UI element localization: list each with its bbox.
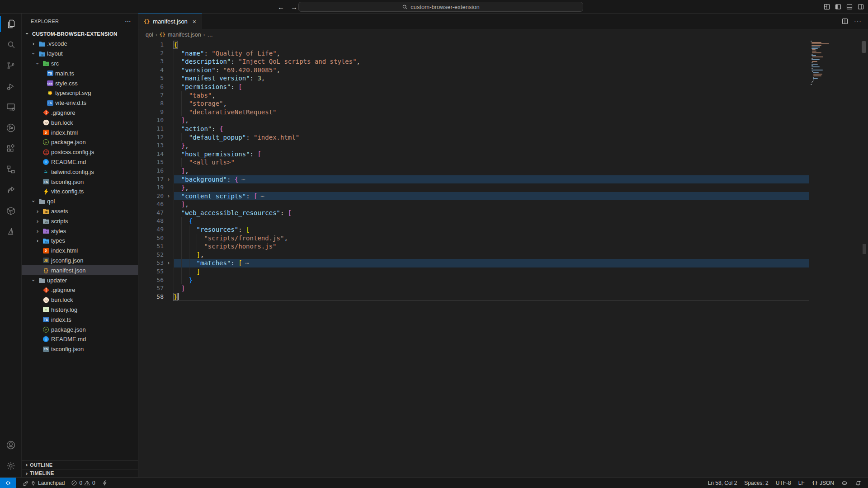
editor-more-actions-button[interactable]: ··· <box>854 18 862 25</box>
chevron-down-icon[interactable]: › <box>30 198 37 205</box>
code-line-5[interactable]: 5"manifest_version": 3, <box>138 74 809 83</box>
code-line-16[interactable]: 16], <box>138 167 809 175</box>
tree-item-assets[interactable]: ›▦assets <box>22 206 138 216</box>
tree-item-layout[interactable]: ›⊞layout <box>22 49 138 59</box>
tree-item-tsconfig.json[interactable]: TStsconfig.json <box>22 344 138 354</box>
activity-explorer[interactable] <box>0 14 22 34</box>
activity-source-control[interactable] <box>0 55 22 76</box>
cursor-position-status[interactable]: Ln 58, Col 2 <box>706 478 740 488</box>
tree-item-main.ts[interactable]: TSmain.ts <box>22 68 138 78</box>
code-line-17[interactable]: 17›"background": {⋯ <box>138 175 809 184</box>
code-line-50[interactable]: 50"scripts/frontend.js", <box>138 234 809 243</box>
activity-prism[interactable] <box>0 221 22 242</box>
code-line-48[interactable]: 48{ <box>138 217 809 225</box>
fold-expand-icon[interactable]: › <box>164 175 174 184</box>
code-line-47[interactable]: 47"web_accessible_resources": [ <box>138 209 809 217</box>
breadcrumb-item-manifest[interactable]: manifest.json <box>168 32 201 38</box>
activity-share[interactable] <box>0 180 22 201</box>
notifications-status-item[interactable] <box>853 478 863 488</box>
minimap[interactable] <box>811 41 838 85</box>
tree-item-tsconfig.json[interactable]: TStsconfig.json <box>22 177 138 187</box>
timeline-section-header[interactable]: › TIMELINE <box>22 469 138 478</box>
tree-item-package.json[interactable]: jspackage.json <box>22 324 138 334</box>
tree-item-README.md[interactable]: iREADME.md <box>22 157 138 167</box>
tree-item-index.html[interactable]: 5index.html <box>22 246 138 256</box>
chevron-right-icon[interactable]: › <box>34 218 41 225</box>
code-line-11[interactable]: 11"action": { <box>138 125 809 133</box>
code-line-9[interactable]: 9"declarativeNetRequest" <box>138 108 809 117</box>
activity-account[interactable] <box>0 435 22 455</box>
tree-item-.vscode[interactable]: ›.vscode <box>22 39 138 49</box>
explorer-more-actions-button[interactable]: ⋯ <box>125 18 132 25</box>
tab-close-button[interactable]: × <box>193 18 196 25</box>
outline-section-header[interactable]: › OUTLINE <box>22 460 138 469</box>
activity-settings[interactable] <box>0 455 22 476</box>
activity-gitlens[interactable] <box>0 117 22 138</box>
encoding-status[interactable]: UTF-8 <box>774 478 793 488</box>
code-editor[interactable]: 1{2"name": "Quality of Life",3"descripti… <box>138 40 868 477</box>
code-line-8[interactable]: 8"storage", <box>138 99 809 108</box>
tree-item-vite-env.d.ts[interactable]: TSvite-env.d.ts <box>22 98 138 108</box>
problems-status-item[interactable]: 0 0 <box>69 478 97 488</box>
tree-item-typescript.svg[interactable]: ✱typescript.svg <box>22 88 138 98</box>
fold-expand-icon[interactable]: › <box>164 259 174 267</box>
tree-item-.gitignore[interactable]: .gitignore <box>22 108 138 118</box>
code-line-49[interactable]: 49"resources": [ <box>138 225 809 234</box>
chevron-right-icon[interactable]: › <box>34 228 41 235</box>
code-line-20[interactable]: 20›"content_scripts": [⋯ <box>138 192 809 201</box>
tree-item-types[interactable]: ›TStypes <box>22 236 138 246</box>
code-line-55[interactable]: 55] <box>138 267 809 276</box>
tree-item-manifest.json[interactable]: {}manifest.json <box>22 265 138 275</box>
chevron-right-icon[interactable]: › <box>30 40 37 47</box>
tree-item-README.md[interactable]: iREADME.md <box>22 334 138 344</box>
tree-item-style.css[interactable]: cssstyle.css <box>22 78 138 88</box>
split-editor-button[interactable] <box>841 18 849 25</box>
tree-item-package.json[interactable]: jspackage.json <box>22 137 138 147</box>
code-line-3[interactable]: 3"description": "Inject QoL scripts and … <box>138 57 809 66</box>
chevron-down-icon[interactable]: › <box>30 277 37 283</box>
copilot-status-item[interactable] <box>839 478 850 488</box>
code-line-12[interactable]: 12"default_popup": "index.html" <box>138 133 809 142</box>
tree-item-vite.config.ts[interactable]: vite.config.ts <box>22 187 138 197</box>
nav-back-button[interactable]: ← <box>278 3 284 11</box>
code-line-6[interactable]: 6"permissions": [ <box>138 83 809 91</box>
chevron-down-icon[interactable]: › <box>34 60 41 66</box>
code-line-15[interactable]: 15"<all_urls>" <box>138 158 809 167</box>
command-center-search[interactable]: custom-browser-extension <box>298 2 583 12</box>
chevron-down-icon[interactable]: › <box>30 51 37 57</box>
code-line-1[interactable]: 1{ <box>138 41 809 49</box>
code-line-7[interactable]: 7"tabs", <box>138 91 809 100</box>
code-line-51[interactable]: 51"scripts/honors.js" <box>138 242 809 251</box>
tree-item-jsconfig.json[interactable]: JSjsconfig.json <box>22 256 138 266</box>
breadcrumb-item-symbol[interactable]: … <box>208 32 213 38</box>
feedback-status-item[interactable] <box>99 478 110 488</box>
indentation-status[interactable]: Spaces: 2 <box>742 478 770 488</box>
fold-expand-icon[interactable]: › <box>164 192 174 201</box>
toggle-secondary-sidebar-button[interactable] <box>857 3 864 10</box>
activity-search[interactable] <box>0 34 22 55</box>
activity-hierarchy[interactable] <box>0 159 22 180</box>
code-line-52[interactable]: 52], <box>138 251 809 259</box>
tree-item-bun.lock[interactable]: bun.lock <box>22 295 138 305</box>
tree-item-tailwind.config.js[interactable]: ≈tailwind.config.js <box>22 167 138 177</box>
scrollbar-thumb[interactable] <box>862 41 866 53</box>
chevron-right-icon[interactable]: › <box>34 208 41 215</box>
chevron-right-icon[interactable]: › <box>34 237 41 244</box>
tab-manifest-json[interactable]: {} manifest.json × <box>138 14 202 29</box>
code-line-13[interactable]: 13}, <box>138 141 809 150</box>
code-line-4[interactable]: 4"version": "69.420.80085", <box>138 66 809 75</box>
breadcrumb-item-qol[interactable]: qol <box>146 32 153 38</box>
eol-status[interactable]: LF <box>796 478 807 488</box>
language-mode-status[interactable]: {} JSON <box>810 478 836 488</box>
tree-item-qol[interactable]: ›qol <box>22 197 138 206</box>
tree-item-updater[interactable]: ›updater <box>22 275 138 285</box>
toggle-panel-button[interactable] <box>846 3 853 10</box>
tree-item-postcss.config.js[interactable]: postcss.config.js <box>22 147 138 157</box>
toggle-primary-sidebar-button[interactable] <box>835 3 842 10</box>
tree-item-src[interactable]: ›‹›src <box>22 59 138 69</box>
code-line-46[interactable]: 46], <box>138 200 809 209</box>
code-line-2[interactable]: 2"name": "Quality of Life", <box>138 49 809 58</box>
tree-item-index.ts[interactable]: TSindex.ts <box>22 314 138 324</box>
customize-layout-button[interactable] <box>823 3 830 10</box>
tree-item-index.html[interactable]: 5index.html <box>22 127 138 137</box>
